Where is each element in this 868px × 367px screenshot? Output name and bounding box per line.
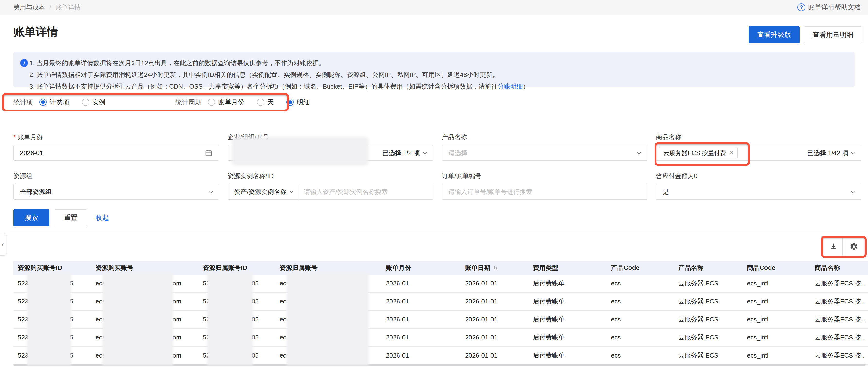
column-header-label: 资源购买账号 [96,263,133,272]
notice-line-1: 1. 当月最终的账单详情数据将在次月3日12点出具，在此之前的数据查询结果仅供参… [29,57,847,69]
stat-period-radio-group: 统计周期账单月份天明细 [175,98,322,107]
bill-month-label: 账单月份 [13,133,43,141]
chevron-down-icon [208,189,213,193]
breadcrumb: 费用与成本 / 账单详情 [13,0,81,15]
cell-text: ec [280,316,286,323]
reset-button[interactable]: 重置 [55,209,87,226]
search-button[interactable]: 搜索 [13,209,49,226]
cell-text: ec [280,280,286,287]
table-cell: 云服务器 ECS [678,297,747,306]
radio-icon [82,98,89,106]
column-header: 商品Code [747,263,815,272]
order-no-input[interactable] [448,188,641,196]
cell-text: om [173,316,181,323]
calendar-icon [205,149,212,157]
bill-month-field[interactable] [13,145,219,161]
view-upgraded-version-button[interactable]: 查看升级版 [749,26,800,43]
radio-option[interactable]: 天 [257,98,274,107]
breadcrumb-bar: 费用与成本 / 账单详情 ? 账单详情帮助文档 [0,0,868,15]
resource-instance-label: 资源实例名称/ID [227,172,274,180]
resource-instance-search-input[interactable] [304,188,427,196]
table-cell: ecs [611,334,678,341]
title-actions: 查看升级版 查看用量明细 [749,26,862,43]
help-doc-link[interactable]: ? 账单详情帮助文档 [798,0,861,15]
table-cell: 2026-01 [386,334,465,341]
table-cell: 后付费账单 [533,297,611,306]
cell-text: 523 [18,352,28,359]
radio-group-label: 统计周期 [175,98,202,107]
question-circle-icon: ? [798,3,805,11]
column-header: 费用类型 [533,263,611,272]
breadcrumb-separator: / [49,4,51,11]
column-header: 资源购买账号ID [18,263,96,272]
section-divider [10,231,868,231]
bill-month-input[interactable] [20,149,205,157]
include-zero-label: 含应付金额为0 [656,172,697,180]
cell-text: 05 [252,316,259,323]
cell-text: ec [280,298,286,305]
chevron-down-icon [851,150,855,154]
collapse-filters-link[interactable]: 收起 [96,213,109,222]
table-settings-button[interactable] [845,237,863,256]
table-cell: 2026-01-01 [465,298,533,305]
table-cell: 后付费账单 [533,315,611,324]
column-header[interactable]: 账单日期 [465,263,533,272]
order-no-label: 订单/账单编号 [442,172,482,180]
table-cell: 2026-01 [386,298,465,305]
breadcrumb-section[interactable]: 费用与成本 [13,3,45,12]
radio-option[interactable]: 明细 [286,98,310,107]
tag-close-icon[interactable]: × [730,149,733,156]
redaction-blur [103,274,172,364]
cell-text: 523 [18,316,28,323]
column-header-label: 产品名称 [678,263,704,272]
collapse-panel-handle[interactable]: ‹ [0,233,6,256]
resource-group-select[interactable]: 全部资源组 [13,184,219,200]
breadcrumb-current: 账单详情 [56,3,81,12]
resource-instance-type-select[interactable]: 资产/资源实例名称 [234,184,298,199]
radio-option[interactable]: 账单月份 [208,98,244,107]
column-header-label: 资源归属账号 [280,263,317,272]
redaction-blur [28,274,70,364]
table-cell: ecs [611,280,678,287]
cell-text: ec [280,334,286,341]
sort-icon [492,265,499,271]
resource-instance-field: 资产/资源实例名称 [227,184,433,200]
cell-text: om [173,334,181,341]
cell-text: 523 [18,280,28,287]
column-header: 产品Code [611,263,678,272]
chevron-down-icon [423,150,427,154]
column-header-label: 账单日期 [465,263,490,272]
table-cell: 后付费账单 [533,333,611,342]
help-doc-label: 账单详情帮助文档 [808,3,861,12]
table-cell: ecs_intl [747,298,815,305]
radio-option-label: 天 [267,98,274,107]
table-cell: 2026-01 [386,352,465,359]
cell-text: 5 [69,334,73,341]
column-header-label: 账单月份 [386,263,411,272]
product-name-placeholder: 请选择 [448,149,467,157]
radio-option[interactable]: 实例 [82,98,105,107]
view-usage-detail-button[interactable]: 查看用量明细 [804,26,862,43]
redaction-blur [208,274,252,364]
table-cell: 云服务器ECS 按.. [815,279,868,288]
radio-group-label: 统计项 [13,98,33,107]
include-zero-value: 是 [662,188,669,196]
cell-text: 05 [252,334,259,341]
include-zero-select[interactable]: 是 [656,184,862,200]
column-header: 资源归属账号 [280,263,386,272]
product-name-select[interactable]: 请选择 [442,145,647,161]
split-bill-detail-link[interactable]: 分账明细 [498,83,523,90]
radio-icon [257,98,264,106]
table-cell: 2026-01-01 [465,352,533,359]
commodity-name-select[interactable]: 云服务器ECS 按量付费 × 已选择 1/42 项 [656,145,862,161]
column-header-label: 产品Code [611,263,640,272]
radio-option[interactable]: 计费项 [39,98,69,107]
download-button[interactable] [824,237,843,256]
statistic-filter-row: 统计项计费项实例 统计周期账单月份天明细 [13,95,322,109]
column-header: 账单月份 [386,263,465,272]
notice-banner: i 1. 当月最终的账单详情数据将在次月3日12点出具，在此之前的数据查询结果仅… [13,52,855,87]
radio-option-label: 账单月份 [218,98,244,107]
order-no-field[interactable] [442,184,647,200]
column-header-label: 资源购买账号ID [18,263,62,272]
table-cell: ecs [611,298,678,305]
